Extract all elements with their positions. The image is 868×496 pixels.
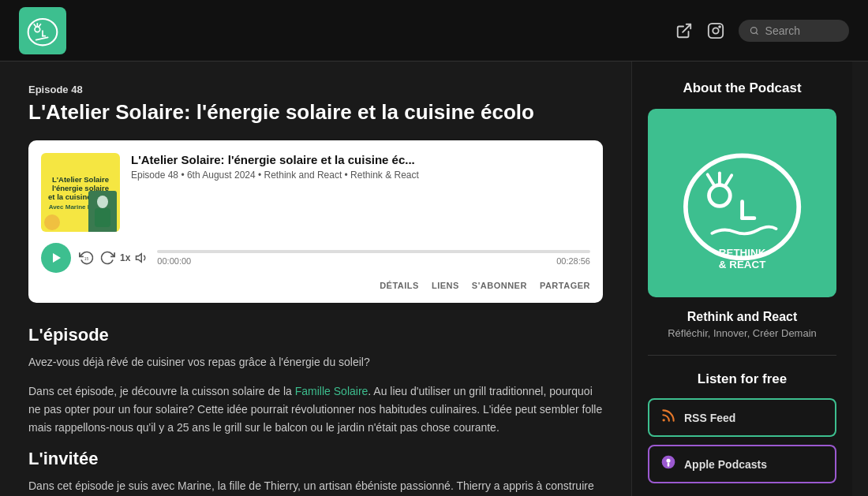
player-card: L'Atelier Solairel'énergie solaireet la … (28, 140, 603, 303)
svg-point-1 (35, 27, 40, 32)
apple-podcasts-icon (660, 454, 676, 474)
podcast-logo: RETHINK & REACT (648, 109, 836, 297)
invitee-section-title: L'invitée (28, 449, 603, 469)
episode-section-title: L'épisode (28, 325, 603, 345)
sidebar-divider (648, 355, 836, 356)
svg-text:& REACT: & REACT (719, 259, 766, 270)
svg-line-8 (683, 24, 690, 32)
main-layout: Episode 48 L'Atelier Solaire: l'énergie … (0, 62, 868, 496)
header (0, 0, 868, 62)
player-ep-title: L'Atelier Solaire: l'énergie solaire et … (131, 153, 590, 166)
listen-title: Listen for free (648, 371, 836, 387)
speed-button[interactable]: 1x (120, 252, 130, 263)
apple-podcasts-button[interactable]: Apple Podcasts (648, 445, 836, 483)
external-link-icon[interactable] (675, 22, 693, 39)
volume-icon[interactable] (135, 251, 149, 265)
episode-intro: Avez-vous déjà rêvé de cuisiner vos repa… (28, 353, 603, 371)
liens-button[interactable]: LIENS (432, 281, 459, 290)
episode-title: L'Atelier Solaire: l'énergie solaire et … (28, 100, 603, 125)
svg-line-4 (39, 24, 41, 26)
svg-point-14 (97, 196, 108, 208)
svg-text:RETHINK: RETHINK (719, 246, 766, 258)
details-button[interactable]: DÉTAILS (380, 281, 419, 290)
invitee-body1: Dans cet épisode je suis avec Marine, la… (28, 477, 603, 496)
search-bar[interactable] (739, 20, 849, 42)
svg-point-30 (667, 459, 671, 463)
forward-icon[interactable] (99, 250, 115, 266)
svg-point-28 (663, 419, 665, 421)
svg-point-20 (709, 185, 730, 207)
svg-line-13 (756, 32, 758, 34)
search-input[interactable] (765, 24, 838, 37)
time-total: 00:28:56 (556, 256, 590, 266)
svg-marker-18 (137, 254, 142, 263)
share-button[interactable]: PARTAGER (540, 281, 590, 290)
player-controls: 15 1x 00:00:00 00:28: (41, 240, 590, 273)
search-icon (750, 25, 759, 36)
svg-line-21 (708, 174, 714, 184)
podcast-tagline: Réfléchir, Innover, Créer Demain (648, 327, 836, 339)
svg-point-10 (713, 28, 718, 33)
rss-label: RSS Feed (684, 412, 735, 424)
thumb-logo-circle (44, 214, 60, 230)
podcast-name: Rethink and React (648, 310, 836, 324)
svg-line-23 (725, 175, 731, 185)
svg-rect-31 (668, 463, 670, 467)
player-actions: DÉTAILS LIENS S'ABONNER PARTAGER (41, 281, 590, 290)
time-current: 00:00:00 (157, 256, 191, 266)
svg-line-7 (36, 37, 48, 39)
rss-icon (660, 408, 676, 427)
episode-thumbnail: L'Atelier Solairel'énergie solaireet la … (41, 153, 120, 232)
header-right (675, 20, 849, 42)
svg-rect-15 (95, 208, 110, 227)
progress-times: 00:00:00 00:28:56 (157, 256, 590, 266)
rss-feed-button[interactable]: RSS Feed (648, 398, 836, 437)
progress-area: 00:00:00 00:28:56 (157, 250, 590, 266)
player-meta: Episode 48 • 6th August 2024 • Rethink a… (131, 170, 590, 181)
control-icons: 15 1x (79, 250, 149, 266)
rewind-icon[interactable]: 15 (79, 250, 95, 266)
site-logo[interactable] (19, 7, 66, 54)
svg-text:15: 15 (84, 256, 89, 261)
play-button[interactable] (41, 243, 71, 273)
svg-rect-9 (709, 23, 723, 37)
content-area: Episode 48 L'Atelier Solaire: l'énergie … (0, 62, 631, 496)
thumb-person-image (88, 191, 117, 232)
player-top: L'Atelier Solairel'énergie solaireet la … (41, 153, 590, 232)
svg-line-2 (34, 24, 36, 26)
svg-marker-16 (53, 253, 61, 263)
sidebar: About the Podcast RETHINK & REACT Ret (631, 62, 852, 496)
instagram-icon[interactable] (707, 22, 724, 39)
progress-bar[interactable] (157, 250, 590, 253)
subscribe-button[interactable]: S'ABONNER (472, 281, 527, 290)
player-info: L'Atelier Solaire: l'énergie solaire et … (131, 153, 590, 181)
episode-label: Episode 48 (28, 84, 603, 95)
apple-podcasts-label: Apple Podcasts (684, 458, 767, 471)
svg-point-11 (719, 26, 720, 28)
famille-solaire-link[interactable]: Famille Solaire (295, 385, 369, 397)
episode-body: Dans cet épisode, je découvre la cuisson… (28, 382, 603, 437)
about-title: About the Podcast (648, 80, 836, 96)
